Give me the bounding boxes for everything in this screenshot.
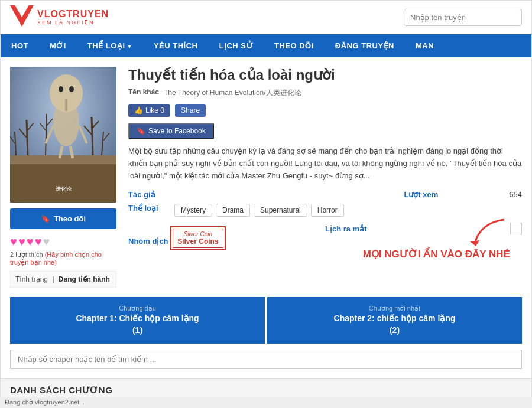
translator-name: Silver Coins [177,237,218,246]
genre-mystery[interactable]: Mystery [174,204,212,217]
save-fb-label: Save to Facebook [148,127,206,135]
svg-point-16 [59,86,63,92]
thumbs-up-icon: 👍 [134,106,143,115]
genre-tags: Mystery Drama Supernatural Horror [174,204,344,217]
alt-names-label: Tên khác [128,88,159,96]
likes-text: 2 lượt thích (Hãy bình chọn cho truyện b… [10,251,116,266]
status-value: Đang tiến hành [59,275,110,283]
first-chapter-button[interactable]: Chương đầu Chapter 1: Chiếc hộp câm lặng… [10,297,265,344]
genre-horror[interactable]: Horror [311,204,344,217]
follow-label: Theo dõi [54,214,86,223]
latest-chapter-button[interactable]: Chương mới nhất Chapter 2: chiếc hộp câm… [267,297,522,344]
group-date-row: Nhóm dịch Silver Coin Silver Coins Lịch … [128,223,522,250]
group-col: Nhóm dịch Silver Coin Silver Coins [128,223,325,250]
nav-moi[interactable]: MỚI [39,34,77,57]
nav-theodoi[interactable]: THEO DÕI [264,34,325,57]
views-count: 654 [509,190,522,199]
cover-art: 进化论 [10,67,116,203]
date-placeholder [510,223,522,234]
heart-5[interactable]: ♥ [43,235,50,249]
nav-lichsu[interactable]: LỊCH SỬ [209,34,264,57]
first-chapter-label: Chương đầu [16,304,259,313]
genre-label: Thể loại [128,204,170,213]
latest-chapter-label: Chương mới nhất [273,304,516,313]
heart-3[interactable]: ♥ [27,235,34,249]
logo-tagline: XEM LÀ NGHIỆN [37,19,109,26]
fb-like-label: Like 0 [145,106,164,115]
manga-cover: 进化论 [10,67,116,203]
svg-text:进化论: 进化论 [55,186,72,192]
nav-yeuthich[interactable]: YÊU THÍCH [143,34,209,57]
author-label: Tác giả [128,190,155,199]
date-col: Lịch ra mắt [325,223,522,234]
translator-card-header: Silver Coin [177,231,218,237]
rating-hearts[interactable]: ♥ ♥ ♥ ♥ ♥ [10,235,116,249]
annotation-text: MỌI NGƯỜI ẤN VÀO ĐÂY NHÉ [363,248,510,260]
save-fb-row: 🔖 Save to Facebook [128,123,522,139]
svg-marker-28 [470,240,479,246]
heart-2[interactable]: ♥ [18,235,25,249]
views-label: Lượt xem [404,190,438,199]
logo: V VLOGTRUYEN XEM LÀ NGHIỆN [10,5,109,29]
stats-row: Tác giả Lượt xem 654 [128,190,522,199]
heart-1[interactable]: ♥ [10,235,17,249]
bookmark-icon: 🔖 [41,214,50,223]
svg-line-5 [27,120,28,155]
svg-rect-3 [10,161,116,203]
first-chapter-name: Chapter 1: Chiếc hộp câm lặng [16,313,259,325]
manga-cover-column: 进化论 🔖 Theo dõi ♥ ♥ ♥ ♥ ♥ 2 lượt thích (H… [10,67,116,288]
author-section: Tác giả [128,190,155,199]
logo-icon: V [10,5,34,29]
status-bar-text: Đang chờ vlogtruyen2.net... [5,399,85,406]
logo-name: VLOGTRUYEN [37,8,109,19]
fb-share-button[interactable]: Share [175,104,206,117]
nav-theloai[interactable]: THỂ LOẠI [77,34,143,57]
status-bar: Đang chờ vlogtruyen2.net... [0,397,532,408]
logo-text: VLOGTRUYEN XEM LÀ NGHIỆN [37,8,109,26]
nav-man[interactable]: MAN [405,34,445,57]
genre-row: Thể loại Mystery Drama Supernatural Horr… [128,204,522,217]
svg-point-17 [69,86,74,92]
latest-chapter-name: Chapter 2: chiếc hộp câm lặng [273,313,516,325]
manga-layout: 进化论 🔖 Theo dõi ♥ ♥ ♥ ♥ ♥ 2 lượt thích (H… [10,67,522,288]
alt-names-value: The Theory of Human Evolution/人类进化论 [164,88,522,98]
likes-count: 2 [10,251,14,258]
arrow-icon [463,217,510,252]
alt-names-row: Tên khác The Theory of Human Evolution/人… [128,88,522,98]
svg-marker-0 [10,5,34,27]
group-label: Nhóm dịch [128,237,168,246]
search-input[interactable] [404,9,522,26]
genre-supernatural[interactable]: Supernatural [254,204,307,217]
nav: HOT MỚI THỂ LOẠI YÊU THÍCH LỊCH SỬ THEO … [1,34,531,57]
manga-info-column: Thuyết tiến hóa của loài người Tên khác … [128,67,522,256]
manga-title: Thuyết tiến hóa của loài người [128,67,522,83]
fb-like-button[interactable]: 👍 Like 0 [128,104,170,117]
manga-description: Một bộ sưu tập những câu chuyện kỳ lạ và… [128,145,522,182]
first-chapter-num: (1) [16,325,259,337]
save-facebook-button[interactable]: 🔖 Save to Facebook [128,123,214,139]
status-label: Tình trạng [15,275,48,283]
chapter-buttons: Chương đầu Chapter 1: Chiếc hộp câm lặng… [10,297,522,344]
latest-chapter-num: (2) [273,325,516,337]
nav-dangtruyen[interactable]: ĐĂNG TRUYỆN [325,34,405,57]
social-row: 👍 Like 0 Share [128,104,522,117]
status-row: Tình trạng | Đang tiến hành [10,271,116,288]
top-bar: V VLOGTRUYEN XEM LÀ NGHIỆN [1,1,531,34]
svg-text:V: V [13,18,17,23]
follow-button[interactable]: 🔖 Theo dõi [10,208,116,229]
likes-label: lượt thích [15,251,43,258]
bookmark-fb-icon: 🔖 [137,127,145,135]
date-label: Lịch ra mắt [325,224,367,233]
nav-hot[interactable]: HOT [1,34,39,57]
main-content: 进化论 🔖 Theo dõi ♥ ♥ ♥ ♥ ♥ 2 lượt thích (H… [1,57,531,378]
translator-card[interactable]: Silver Coin Silver Coins [170,226,225,250]
heart-4[interactable]: ♥ [35,235,42,249]
chapter-search-input[interactable] [10,350,522,369]
svg-line-11 [92,117,93,155]
svg-rect-4 [10,155,116,164]
views-section: Lượt xem 654 [404,190,522,199]
genre-drama[interactable]: Drama [216,204,250,217]
